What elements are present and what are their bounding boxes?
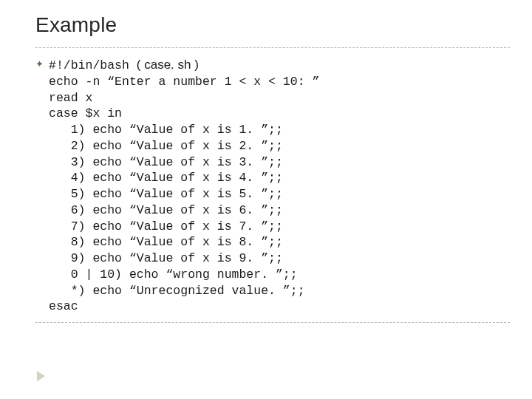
code-case-star: *) echo “Unrecognized value. ”;; (49, 284, 305, 298)
code-line-echo-prompt: echo -n “Enter a number 1 < x < 10: ” (49, 75, 319, 89)
divider-top (35, 47, 510, 48)
slide-title: Example (35, 13, 510, 37)
code-line-shebang: #!/bin/bash (49, 58, 137, 72)
code-case-9: 9) echo “Value of x is 9. ”;; (49, 251, 283, 265)
code-case-5: 5) echo “Value of x is 5. ”;; (49, 187, 283, 201)
code-case-0-10: 0 | 10) echo “wrong number. ”;; (49, 267, 298, 282)
content-block: ✦ #!/bin/bash ( case. sh ) echo -n “Ente… (35, 57, 510, 315)
code-filename: ( case. sh ) (137, 58, 199, 72)
code-line-esac: esac (49, 299, 78, 313)
code-case-2: 2) echo “Value of x is 2. ”;; (49, 139, 283, 153)
code-line-read: read x (49, 91, 92, 105)
divider-bottom (35, 322, 510, 323)
code-case-1: 1) echo “Value of x is 1. ”;; (49, 123, 283, 137)
bullet-icon: ✦ (35, 59, 44, 69)
code-case-6: 6) echo “Value of x is 6. ”;; (49, 203, 283, 217)
code-case-8: 8) echo “Value of x is 8. ”;; (49, 235, 283, 249)
slide: Example ✦ #!/bin/bash ( case. sh ) echo … (0, 0, 532, 399)
code-case-4: 4) echo “Value of x is 4. ”;; (49, 171, 283, 185)
code-line-case: case $x in (49, 106, 122, 120)
corner-chevron-icon (37, 371, 45, 381)
code-case-7: 7) echo “Value of x is 7. ”;; (49, 219, 283, 233)
code-case-3: 3) echo “Value of x is 3. ”;; (49, 155, 283, 169)
code-block: #!/bin/bash ( case. sh ) echo -n “Enter … (49, 57, 510, 315)
